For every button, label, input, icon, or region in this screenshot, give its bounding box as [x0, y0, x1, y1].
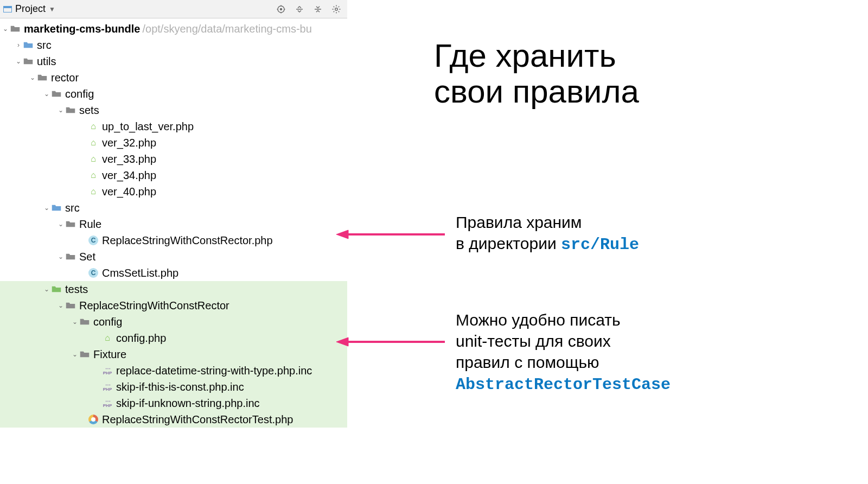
annotation-tests: Можно удобно писать unit-тесты для своих…	[456, 309, 671, 396]
tree-file-label: skip-if-this-is-const.php.inc	[116, 381, 244, 393]
tree-file-label: ReplaceStringWithConstRectorTest.php	[102, 413, 293, 426]
project-tree: ⌄ marketing-cms-bundle /opt/skyeng/data/…	[0, 18, 347, 428]
tree-file-label: ver_32.php	[102, 137, 156, 149]
tree-file[interactable]: ReplaceStringWithConstRectorTest.php	[0, 411, 347, 428]
tree-folder-rector[interactable]: ⌄ rector	[0, 69, 347, 86]
tree-label: ReplaceStringWithConstRector	[79, 300, 229, 312]
tree-label: config	[65, 88, 94, 100]
chevron-down-icon[interactable]: ⌄	[71, 351, 79, 358]
tree-folder-rector-src[interactable]: ⌄ src	[0, 200, 347, 216]
tree-file-label: ver_40.php	[102, 186, 156, 198]
svg-point-2	[335, 8, 338, 10]
php-file-icon: ⌂	[88, 137, 99, 148]
chevron-down-icon[interactable]: ⌄	[56, 302, 65, 309]
tree-label: Fixture	[93, 348, 126, 361]
tree-file[interactable]: ⌂ver_32.php	[0, 135, 347, 151]
tree-file[interactable]: ⌂ver_40.php	[0, 183, 347, 200]
tree-file[interactable]: CCmsSetList.php	[0, 265, 347, 281]
project-window-icon	[3, 6, 12, 12]
tree-file[interactable]: ⋯PHPreplace-datetime-string-with-type.ph…	[0, 362, 347, 379]
annotation-line: Можно удобно писать	[456, 311, 621, 329]
tree-file-label: ver_33.php	[102, 153, 156, 165]
svg-point-1	[280, 8, 282, 10]
project-root-path: /opt/skyeng/data/marketing-cms-bu	[142, 23, 311, 35]
chevron-down-icon[interactable]: ⌄	[42, 90, 51, 98]
chevron-down-icon[interactable]: ⌄	[56, 253, 65, 260]
tree-file-label: skip-if-unknown-string.php.inc	[116, 397, 260, 410]
folder-icon	[23, 56, 34, 67]
test-file-icon	[88, 414, 99, 425]
annotation-line: unit-тесты для своих	[456, 332, 611, 350]
folder-icon	[23, 40, 34, 50]
annotation-line: правил с помощью	[456, 353, 599, 371]
annotation-line: Правила храним	[456, 213, 582, 231]
tree-file-label: ReplaceStringWithConstRector.php	[102, 234, 273, 247]
folder-icon	[65, 251, 76, 262]
chevron-right-icon[interactable]: ›	[14, 41, 23, 49]
tree-folder-tests[interactable]: ⌄ tests	[0, 281, 347, 297]
project-view-label: Project	[15, 3, 46, 15]
chevron-down-icon[interactable]: ⌄	[14, 58, 23, 65]
project-root-name: marketing-cms-bundle	[24, 23, 140, 35]
tree-folder-set[interactable]: ⌄ Set	[0, 249, 347, 265]
project-panel: Project ▼ ⌄ marketing-cms-bundle /opt/sk…	[0, 0, 347, 428]
tree-file[interactable]: ⋯PHPskip-if-this-is-const.php.inc	[0, 379, 347, 395]
class-file-icon: C	[88, 268, 99, 278]
locate-icon[interactable]	[273, 2, 289, 17]
gear-icon[interactable]	[329, 2, 344, 17]
tree-label: src	[37, 39, 52, 52]
arrow-icon	[336, 228, 445, 241]
folder-icon	[51, 88, 62, 99]
tree-folder-src[interactable]: › src	[0, 37, 347, 53]
test-folder-icon	[51, 284, 62, 295]
tree-folder-sets[interactable]: ⌄ sets	[0, 102, 347, 118]
annotation-rules-location: Правила храним в директории src/Rule	[456, 212, 639, 256]
arrow-icon	[336, 335, 445, 348]
tree-folder-utils[interactable]: ⌄ utils	[0, 53, 347, 69]
tree-label: utils	[37, 55, 56, 68]
tree-folder-config[interactable]: ⌄ config	[0, 86, 347, 102]
php-file-icon: ⌂	[88, 121, 99, 132]
tree-label: src	[65, 202, 80, 214]
expand-all-icon[interactable]	[292, 2, 307, 17]
chevron-down-icon[interactable]: ⌄	[28, 74, 37, 81]
tree-root[interactable]: ⌄ marketing-cms-bundle /opt/skyeng/data/…	[0, 21, 347, 37]
tree-folder-rule[interactable]: ⌄ Rule	[0, 216, 347, 232]
tree-file[interactable]: ⋯PHPskip-if-unknown-string.php.inc	[0, 395, 347, 411]
folder-icon	[79, 349, 90, 360]
chevron-down-icon[interactable]: ⌄	[42, 285, 51, 293]
slide-title: Где хранить свои правила	[434, 38, 639, 110]
chevron-down-icon[interactable]: ⌄	[1, 25, 10, 33]
svg-marker-6	[336, 337, 348, 346]
folder-icon	[65, 219, 76, 230]
collapse-all-icon[interactable]	[310, 2, 326, 17]
tree-file[interactable]: ⌂config.php	[0, 330, 347, 346]
php-file-icon: ⌂	[88, 186, 99, 197]
slide-title-line1: Где хранить	[434, 37, 616, 74]
annotation-code: src/Rule	[561, 235, 639, 254]
php-inc-file-icon: ⋯PHP	[102, 365, 113, 376]
php-inc-file-icon: ⋯PHP	[102, 381, 113, 392]
tree-folder-testcase[interactable]: ⌄ ReplaceStringWithConstRector	[0, 297, 347, 314]
project-view-selector[interactable]: Project ▼	[3, 3, 55, 15]
chevron-down-icon[interactable]: ⌄	[56, 106, 65, 114]
tree-folder-fixture[interactable]: ⌄ Fixture	[0, 346, 347, 362]
chevron-down-icon[interactable]: ⌄	[42, 204, 51, 212]
tree-label: tests	[65, 283, 88, 296]
folder-icon	[10, 23, 21, 34]
php-file-icon: ⌂	[88, 170, 99, 181]
folder-icon	[65, 105, 76, 116]
tree-file-label: up_to_last_ver.php	[102, 120, 194, 133]
tree-file[interactable]: CReplaceStringWithConstRector.php	[0, 232, 347, 249]
tree-file-label: replace-datetime-string-with-type.php.in…	[116, 365, 312, 377]
chevron-down-icon[interactable]: ⌄	[56, 220, 65, 228]
tree-label: Rule	[79, 218, 101, 231]
tree-folder-test-config[interactable]: ⌄ config	[0, 314, 347, 330]
tree-file[interactable]: ⌂ver_33.php	[0, 151, 347, 167]
chevron-down-icon[interactable]: ⌄	[71, 318, 79, 326]
tree-file[interactable]: ⌂up_to_last_ver.php	[0, 118, 347, 135]
annotation-code: AbstractRectorTestCase	[456, 375, 671, 394]
annotation-line: в директории	[456, 234, 561, 252]
tree-file-label: config.php	[116, 332, 166, 345]
tree-file[interactable]: ⌂ver_34.php	[0, 167, 347, 183]
